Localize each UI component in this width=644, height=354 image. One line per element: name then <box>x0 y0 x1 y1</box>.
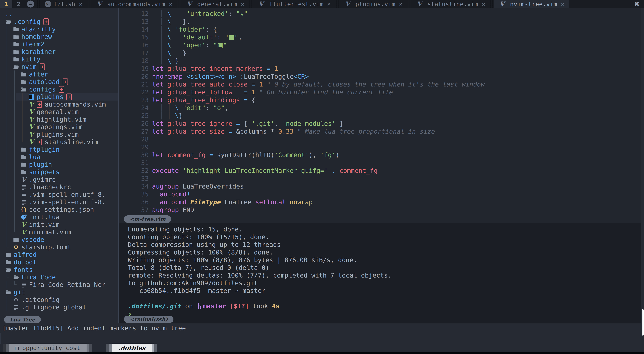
tab-close-icon[interactable]: × <box>79 1 82 7</box>
tab-autocommands.vim[interactable]: Vautocommands.vim× <box>91 0 177 8</box>
code-line[interactable]: 29 <box>119 143 641 151</box>
tree-item-vscode[interactable]: │ vscode <box>0 236 118 243</box>
tree-item-dotbot[interactable]: dotbot <box>0 258 118 266</box>
code-line[interactable]: 23let g:lua_tree_bindings = { <box>119 96 641 104</box>
tree-item-homebrew[interactable]: │ homebrew <box>0 33 118 40</box>
tab-plugins.vim[interactable]: Vplugins.vim× <box>340 0 407 8</box>
code-line[interactable]: 24 │ │ \ "edit": "o", <box>119 104 641 112</box>
tab-number-1[interactable]: 1 <box>0 0 12 8</box>
tree-item-after[interactable]: │ │ after <box>0 70 118 78</box>
tree-item-..[interactable]: .. <box>0 10 118 18</box>
tree-item-plugins.vim[interactable]: │ │ │ Vplugins.vim <box>0 131 118 138</box>
tree-item-general.vim[interactable]: │ │ │ Vgeneral.vim <box>0 108 118 116</box>
tree-item-configs[interactable]: │ │ configs+ <box>0 85 118 93</box>
code-line[interactable]: 13 │ \ }, <box>119 17 641 25</box>
tree-item-nvim[interactable]: │ nvim+ <box>0 63 118 70</box>
tab-nvim-tree.vim[interactable]: Vnvim-tree.vim× <box>494 0 569 8</box>
git-unstaged-icon[interactable]: + <box>66 93 72 100</box>
tmux-session-opportunity-cost[interactable]: □ opportunity_cost <box>9 344 86 352</box>
code-line[interactable]: 30let comment_fg = synIDattr(hlID('Comme… <box>119 151 641 159</box>
tab-fzf.sh[interactable]: >_fzf.sh× <box>40 0 87 8</box>
code-line[interactable]: 25 │ │ \} <box>119 112 641 120</box>
file-tree-sidebar: ...config+│ alacritty│ homebrew│ iterm2│… <box>0 8 118 324</box>
git-unstaged-icon[interactable]: + <box>36 101 42 108</box>
tab-close-icon[interactable]: × <box>327 1 331 7</box>
code-line[interactable]: 33 <box>119 174 641 182</box>
code-line[interactable]: 12 │ \ 'untracked': "★" <box>119 10 641 17</box>
code-line[interactable]: 21let g:lua_tree_auto_close = 1 " 0 by d… <box>119 80 641 88</box>
code-line[interactable]: 18 │ \ } <box>119 57 641 65</box>
tab-statusline.vim[interactable]: Vstatusline.vim× <box>411 0 490 8</box>
tab-fluttertest.vim[interactable]: Vfluttertest.vim× <box>253 0 335 8</box>
tree-item-.vim-spell-en.utf-8.[interactable]: │ │ .vim-spell-en.utf-8. <box>0 191 118 198</box>
tab-close-icon[interactable]: × <box>169 1 172 7</box>
git-unstaged-icon[interactable]: + <box>44 18 49 25</box>
scrollbar-track[interactable] <box>641 8 644 344</box>
code-line[interactable]: 32execute 'highlight LuaTreeIndentMarker… <box>119 167 641 174</box>
tree-item-minimal.vim[interactable]: │ └ Vminimal.vim <box>0 228 118 236</box>
git-unstaged-icon[interactable]: + <box>63 78 68 85</box>
tab-general.vim[interactable]: Vgeneral.vim× <box>181 0 249 8</box>
tree-item-.luacheckrc[interactable]: │ │ .luacheckrc <box>0 183 118 191</box>
code-line[interactable]: 22let g:lua_tree_follow = 1 " On bufEnte… <box>119 88 641 96</box>
tab-close-icon[interactable]: × <box>241 1 244 7</box>
tree-item-alacritty[interactable]: │ alacritty <box>0 25 118 33</box>
tree-item-kitty[interactable]: │ kitty <box>0 55 118 63</box>
tree-item-autocommands.vim[interactable]: │ │ │ V+autocommands.vim <box>0 100 118 108</box>
git-unstaged-icon[interactable]: + <box>59 86 64 93</box>
tab-close-icon[interactable]: × <box>399 1 403 7</box>
tree-item-statusline.vim[interactable]: │ │ └ V+statusline.vim <box>0 138 118 146</box>
tree-item-autoload[interactable]: │ │ autoload+ <box>0 78 118 85</box>
tree-item-highlight.vim[interactable]: │ │ │ Vhighlight.vim <box>0 116 118 123</box>
tree-item-init.lua[interactable]: │ │ init.lua <box>0 213 118 221</box>
tree-item-.gitconfig[interactable]: │ ⚙.gitconfig <box>0 296 118 303</box>
editor-statusline-pill[interactable]: <m-tree.vim <box>124 215 171 223</box>
tree-item-ftplugin[interactable]: │ │ ftplugin <box>0 146 118 153</box>
sidebar-statusline-pill[interactable]: Lua Tree <box>4 316 41 323</box>
history-back-icon[interactable]: ← <box>27 0 34 7</box>
tree-item-init.vim[interactable]: │ │ Vinit.vim <box>0 221 118 228</box>
tree-item-.gitignore-global[interactable]: │ .gitignore_global <box>0 303 118 311</box>
code-line[interactable]: 27let g:lua_tree_size = &columns * 0.33 … <box>119 127 641 135</box>
tree-item-starship.toml[interactable]: └ ⚙starship.toml <box>0 243 118 251</box>
tree-item-.vim-spell-en.utf-8.[interactable]: │ │ .vim-spell-en.utf-8. <box>0 198 118 206</box>
tree-item-plugins[interactable]: │ │ │ plugins+ <box>0 93 118 100</box>
code-line[interactable]: 35 autocmd! <box>119 190 641 198</box>
code-line[interactable]: 37augroup END <box>119 206 641 214</box>
tree-item-Fira-Code-Retina-Ner[interactable]: │ └ Fira Code Retina Ner <box>0 281 118 288</box>
code-line[interactable]: 17 │ \ } <box>119 49 641 57</box>
tree-item-iterm2[interactable]: │ iterm2 <box>0 40 118 48</box>
tab-close-icon[interactable]: × <box>482 1 486 7</box>
tree-item-karabiner[interactable]: │ karabiner <box>0 48 118 55</box>
code-line[interactable]: 26let g:lua_tree_ignore = [ '.git', 'nod… <box>119 120 641 127</box>
tree-item-Fira-Code[interactable]: └ Fira Code <box>0 273 118 281</box>
code-line[interactable]: 15 │ \ 'default': "■", <box>119 33 641 41</box>
tmux-session-dotfiles[interactable]: .dotfiles <box>112 344 152 352</box>
close-all-icon[interactable]: ✖ <box>634 0 640 8</box>
code-line[interactable]: 31 <box>119 159 641 167</box>
tree-item-coc-settings.json[interactable]: │ │ {}coc-settings.json <box>0 206 118 213</box>
tree-item-.config[interactable]: .config+ <box>0 18 118 25</box>
code-line[interactable]: 36 autocmd FileType LuaTree setlocal now… <box>119 198 641 206</box>
code-line[interactable]: 34augroup LuaTreeOverrides <box>119 182 641 190</box>
tree-item-lua[interactable]: │ │ lua <box>0 153 118 161</box>
terminal-statusline-pill[interactable]: <rminal(zsh) <box>124 316 174 323</box>
code-line[interactable]: 20nnoremap <silent><c-n> :LuaTreeToggle<… <box>119 72 641 80</box>
tree-item-mappings.vim[interactable]: │ │ │ Vmappings.vim <box>0 123 118 131</box>
code-line[interactable]: 16 │ \ 'open': "▣" <box>119 41 641 49</box>
tab-close-icon[interactable]: × <box>561 1 564 7</box>
tree-item-alfred[interactable]: alfred <box>0 251 118 258</box>
git-unstaged-icon[interactable]: + <box>36 139 42 145</box>
tree-item-snippets[interactable]: │ │ snippets <box>0 168 118 176</box>
tree-item-.gvimrc[interactable]: │ │ V.gvimrc <box>0 176 118 183</box>
code-line[interactable]: 14 │ \ 'folder': { <box>119 25 641 33</box>
editor-pane: 12 │ \ 'untracked': "★"13 │ \ },14 │ \ '… <box>119 8 641 223</box>
git-unstaged-icon[interactable]: + <box>40 63 45 70</box>
tree-item-git[interactable]: git <box>0 288 118 296</box>
scrollbar-thumb[interactable] <box>642 309 644 336</box>
tree-item-plugin[interactable]: │ │ plugin <box>0 161 118 168</box>
tree-item-fonts[interactable]: fonts <box>0 266 118 273</box>
code-line[interactable]: 19let g:lua_tree_indent_markers = 1 <box>119 65 641 72</box>
tab-number-2[interactable]: 2 <box>12 0 25 8</box>
code-line[interactable]: 28 <box>119 135 641 143</box>
